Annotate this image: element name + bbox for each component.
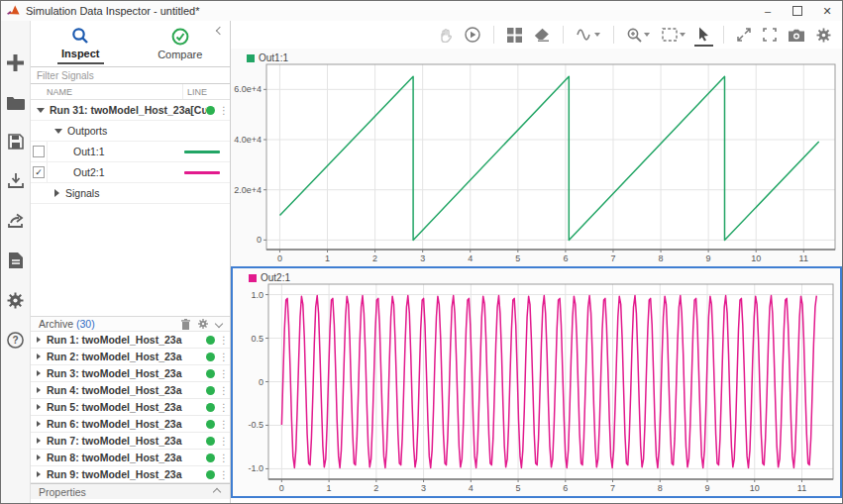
- gear-icon[interactable]: [198, 319, 208, 329]
- archive-run-row[interactable]: Run 3: twoModel_Host_23a⋮: [31, 365, 230, 382]
- tab-inspect[interactable]: Inspect: [31, 21, 131, 66]
- zoom-button[interactable]: [624, 24, 653, 46]
- fullscreen-button[interactable]: [760, 24, 780, 46]
- caret-right-icon[interactable]: [37, 471, 41, 477]
- archive-run-row[interactable]: Run 4: twoModel_Host_23a⋮: [31, 382, 230, 399]
- dropdown-caret-icon: [594, 33, 600, 37]
- maximize-icon: [792, 6, 802, 16]
- archive-run-label: Run 9: twoModel_Host_23a: [47, 468, 206, 480]
- signal-trace-button[interactable]: [574, 24, 603, 46]
- caret-right-icon[interactable]: [37, 337, 41, 343]
- run-row-current[interactable]: Run 31: twoModel_Host_23a[Current] ⋮: [31, 100, 230, 121]
- open-folder-icon: [7, 95, 25, 110]
- plot-settings-button[interactable]: [813, 24, 834, 46]
- open-folder-button[interactable]: [5, 92, 27, 112]
- kebab-menu-icon[interactable]: ⋮: [218, 105, 230, 116]
- chevron-left-icon: [216, 27, 224, 35]
- kebab-menu-icon[interactable]: ⋮: [218, 368, 230, 379]
- kebab-menu-icon[interactable]: ⋮: [218, 469, 230, 480]
- trash-icon[interactable]: [181, 319, 190, 330]
- search-icon: [71, 27, 89, 45]
- toolbar-separator: [723, 26, 724, 44]
- report-button[interactable]: [5, 251, 27, 270]
- chevron-up-icon[interactable]: [213, 487, 221, 495]
- maximize-button[interactable]: [783, 1, 812, 21]
- preferences-button[interactable]: [5, 290, 27, 310]
- app-window: Simulation Data Inspector - untitled* – …: [0, 0, 843, 504]
- import-button[interactable]: [5, 171, 27, 191]
- archive-run-label: Run 7: twoModel_Host_23a: [47, 435, 206, 447]
- archive-run-row[interactable]: Run 6: twoModel_Host_23a⋮: [31, 416, 230, 433]
- caret-right-icon[interactable]: [37, 353, 41, 359]
- plot-canvas[interactable]: 01234567891011-1.0-0.500.51.0: [233, 268, 840, 496]
- caret-right-icon[interactable]: [54, 189, 59, 197]
- svg-text:10: 10: [750, 483, 760, 493]
- chevron-down-icon[interactable]: [215, 320, 223, 328]
- help-button[interactable]: ?: [5, 330, 27, 350]
- archive-run-row[interactable]: Run 9: twoModel_Host_23a⋮: [31, 466, 230, 483]
- expand-button[interactable]: [734, 24, 754, 46]
- line-style-swatch[interactable]: [184, 171, 220, 174]
- kebab-menu-icon[interactable]: ⋮: [218, 402, 230, 413]
- archive-run-row[interactable]: Run 8: twoModel_Host_23a⋮: [31, 450, 230, 466]
- caret-right-icon[interactable]: [37, 421, 41, 427]
- signals-label: Signals: [65, 187, 230, 199]
- dropdown-caret-icon: [644, 33, 650, 37]
- caret-down-icon[interactable]: [54, 129, 62, 134]
- status-dot: [206, 437, 215, 446]
- archive-run-row[interactable]: Run 2: twoModel_Host_23a⋮: [31, 349, 230, 365]
- minimize-button[interactable]: –: [753, 1, 783, 21]
- signal-row-out2[interactable]: ✓ Out2:1: [31, 162, 230, 183]
- plot-checkbox[interactable]: ✓: [33, 166, 45, 178]
- signals-group-row[interactable]: Signals: [31, 183, 230, 204]
- kebab-menu-icon[interactable]: ⋮: [218, 352, 230, 362]
- plot-canvas[interactable]: 0123456789101102.0e+44.0e+46.0e+4: [231, 49, 842, 266]
- kebab-menu-icon[interactable]: ⋮: [218, 453, 230, 463]
- tab-bar: Inspect Compare: [31, 21, 230, 66]
- svg-text:2: 2: [373, 483, 378, 493]
- add-button[interactable]: [5, 52, 27, 72]
- subplot-out1[interactable]: Out1:1 0123456789101102.0e+44.0e+46.0e+4: [231, 49, 842, 266]
- caret-right-icon[interactable]: [37, 454, 41, 460]
- legend: Out2:1: [249, 271, 290, 284]
- caret-right-icon[interactable]: [37, 438, 41, 444]
- pan-hand-button[interactable]: [436, 24, 456, 46]
- layout-grid-button[interactable]: [504, 24, 525, 46]
- left-toolbar: ?: [1, 21, 31, 503]
- status-dot: [206, 454, 215, 462]
- status-dot: [206, 106, 215, 115]
- kebab-menu-icon[interactable]: ⋮: [218, 419, 230, 430]
- archive-run-row[interactable]: Run 5: twoModel_Host_23a⋮: [31, 399, 230, 416]
- kebab-menu-icon[interactable]: ⋮: [218, 436, 230, 447]
- caret-down-icon[interactable]: [37, 108, 45, 113]
- svg-text:3: 3: [421, 483, 426, 493]
- eraser-button[interactable]: [531, 24, 553, 46]
- caret-right-icon[interactable]: [37, 370, 41, 376]
- line-style-swatch[interactable]: [184, 151, 220, 153]
- svg-text:7: 7: [610, 483, 615, 493]
- report-icon: [9, 252, 23, 268]
- fit-view-button[interactable]: [659, 24, 688, 46]
- properties-bar[interactable]: Properties: [31, 483, 230, 499]
- save-button[interactable]: [5, 132, 27, 151]
- pointer-button[interactable]: [694, 23, 713, 47]
- plot-checkbox[interactable]: [33, 146, 45, 157]
- outports-group-row[interactable]: Outports: [31, 121, 230, 142]
- caret-right-icon[interactable]: [37, 387, 41, 393]
- archive-run-row[interactable]: Run 7: twoModel_Host_23a⋮: [31, 433, 230, 450]
- caret-right-icon[interactable]: [37, 404, 41, 410]
- close-button[interactable]: ✕: [812, 1, 842, 21]
- subplot-out2-selected[interactable]: Out2:1 01234567891011-1.0-0.500.51.0: [231, 266, 842, 498]
- archive-run-row[interactable]: Run 1: twoModel_Host_23a⋮: [31, 332, 230, 349]
- filter-signals-input[interactable]: [31, 66, 230, 84]
- kebab-menu-icon[interactable]: ⋮: [218, 335, 230, 346]
- export-button[interactable]: [5, 211, 27, 231]
- archive-actions: [181, 319, 222, 330]
- signal-row-out1[interactable]: Out1:1: [31, 142, 230, 162]
- record-button[interactable]: [462, 24, 483, 46]
- collapse-panel-button[interactable]: [214, 25, 226, 37]
- archive-header[interactable]: Archive (30): [31, 316, 230, 332]
- svg-text:?: ?: [12, 335, 18, 346]
- snapshot-camera-button[interactable]: [786, 24, 807, 46]
- kebab-menu-icon[interactable]: ⋮: [218, 385, 230, 396]
